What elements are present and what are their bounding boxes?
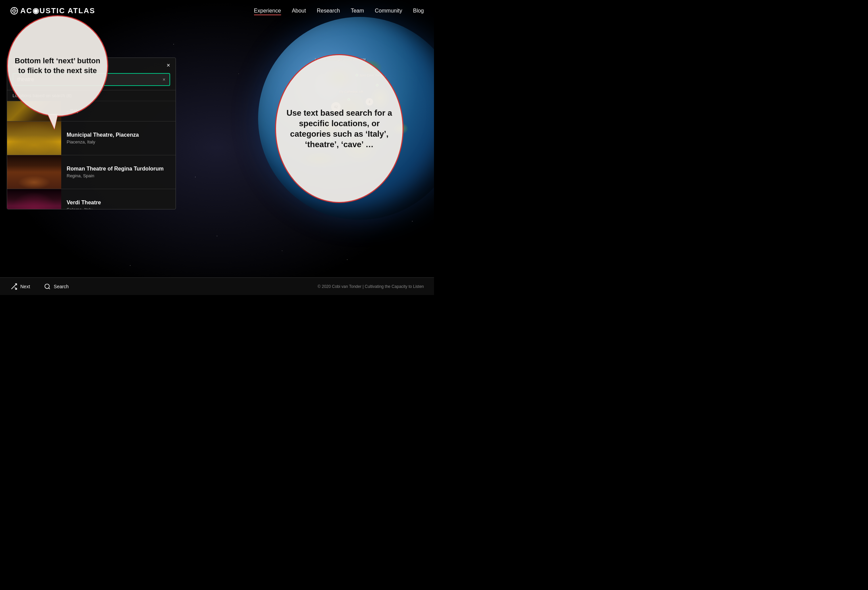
result-name: Verdi Theatre	[66, 200, 170, 206]
result-thumbnail	[7, 155, 61, 189]
result-info: Roman Theatre of Regina Turdolorum Regin…	[61, 163, 176, 181]
list-item[interactable]: Verdi Theatre Salerno, Italy	[7, 189, 176, 209]
logo: AC◉USTIC ATLAS	[10, 6, 95, 15]
nav-research[interactable]: Research	[317, 8, 340, 14]
result-name: Roman Theatre of Regina Turdolorum	[66, 166, 170, 172]
search-label: Search	[54, 284, 69, 289]
list-item[interactable]: Municipal Theatre, Piacenza Piacenza, It…	[7, 121, 176, 155]
list-item[interactable]: Roman Theatre of Regina Turdolorum Regin…	[7, 155, 176, 189]
shuffle-icon	[10, 283, 18, 290]
copyright-text: © 2020 Cobi van Tonder | Cultivating the…	[317, 284, 424, 289]
nav-about[interactable]: About	[292, 8, 306, 14]
result-info: Verdi Theatre Salerno, Italy	[61, 197, 176, 209]
bubble-right-text: Use text based search for a specific loc…	[286, 108, 393, 150]
nav-experience[interactable]: Experience	[254, 8, 281, 14]
results-list: ...Italy Municipal Theatre, Piacenza Pia…	[7, 101, 176, 209]
nav-community[interactable]: Community	[375, 8, 402, 14]
bubble-left: Bottom left ‘next’ button to flick to th…	[7, 15, 108, 117]
clear-search-button[interactable]: ×	[163, 77, 165, 82]
nav-blog[interactable]: Blog	[413, 8, 424, 14]
search-button[interactable]: Search	[44, 283, 69, 290]
bubble-right: Use text based search for a specific loc…	[275, 54, 403, 203]
result-thumbnail	[7, 189, 61, 209]
svg-line-7	[49, 288, 50, 289]
bottom-controls: Next Search	[10, 283, 69, 290]
bottom-bar: Next Search © 2020 Cobi van Tonder | Cul…	[0, 277, 434, 295]
main-nav: Experience About Research Team Community…	[254, 8, 424, 14]
next-button[interactable]: Next	[10, 283, 30, 290]
result-name: Municipal Theatre, Piacenza	[66, 132, 170, 138]
bubble-left-text: Bottom left ‘next’ button to flick to th…	[15, 56, 100, 75]
result-location: Piacenza, Italy	[66, 139, 170, 145]
next-label: Next	[20, 284, 30, 289]
acoustic-atlas-logo-icon	[10, 7, 18, 15]
logo-icon	[10, 7, 18, 15]
close-search-button[interactable]: ×	[167, 62, 170, 69]
nav-team[interactable]: Team	[351, 8, 364, 14]
svg-point-6	[45, 284, 49, 288]
logo-text: AC◉USTIC ATLAS	[20, 6, 95, 15]
search-icon	[44, 283, 51, 290]
result-location: Salerno, Italy	[66, 207, 170, 209]
result-location: Regina, Spain	[66, 173, 170, 178]
result-info: Municipal Theatre, Piacenza Piacenza, It…	[61, 129, 176, 147]
